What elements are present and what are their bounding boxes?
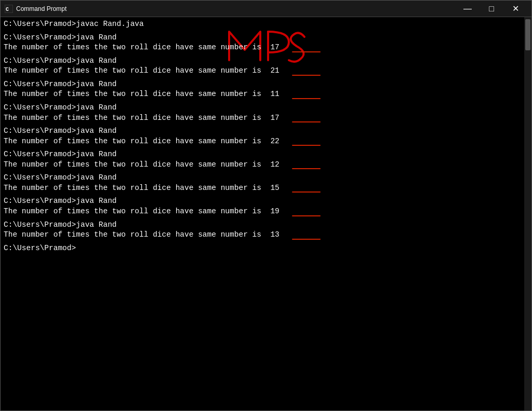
console-content[interactable]: C:\Users\Pramod>javac Rand.java C:\Users… [1, 17, 524, 410]
window-controls: — □ ✕ [456, 1, 527, 17]
scrollbar[interactable] [524, 17, 531, 410]
run-output-3: The number of times the two roll dice ha… [4, 89, 521, 100]
window-title: Command Prompt [16, 5, 456, 12]
run-prompt-1: C:\Users\Pramod>java Rand [4, 33, 521, 43]
run-prompt-6: C:\Users\Pramod>java Rand [4, 149, 521, 160]
run-prompt-7: C:\Users\Pramod>java Rand [4, 173, 521, 183]
maximize-button[interactable]: □ [480, 1, 503, 17]
scrollbar-thumb[interactable] [525, 19, 530, 50]
final-prompt: C:\Users\Pramod> [4, 243, 521, 254]
run-prompt-2: C:\Users\Pramod>java Rand [4, 56, 521, 66]
run-output-1: The number of times the two roll dice ha… [4, 43, 521, 53]
title-bar: C Command Prompt — □ ✕ [1, 1, 531, 17]
run-output-6: The number of times the two roll dice ha… [4, 160, 521, 170]
run-output-9: The number of times the two roll dice ha… [4, 230, 521, 240]
run-prompt-5: C:\Users\Pramod>java Rand [4, 126, 521, 136]
compile-command: C:\Users\Pramod>javac Rand.java [4, 19, 521, 30]
run-prompt-3: C:\Users\Pramod>java Rand [4, 79, 521, 90]
minimize-button[interactable]: — [456, 1, 480, 17]
run-prompt-9: C:\Users\Pramod>java Rand [4, 220, 521, 230]
svg-text:C: C [6, 7, 9, 12]
run-output-7: The number of times the two roll dice ha… [4, 183, 521, 194]
app-icon: C [5, 5, 13, 13]
run-output-5: The number of times the two roll dice ha… [4, 136, 521, 147]
window: C Command Prompt — □ ✕ C:\Users\Pramod>j… [0, 0, 532, 411]
run-prompt-8: C:\Users\Pramod>java Rand [4, 196, 521, 207]
run-output-2: The number of times the two roll dice ha… [4, 66, 521, 76]
run-output-8: The number of times the two roll dice ha… [4, 207, 521, 217]
close-button[interactable]: ✕ [503, 1, 527, 17]
run-prompt-4: C:\Users\Pramod>java Rand [4, 103, 521, 113]
run-output-4: The number of times the two roll dice ha… [4, 113, 521, 124]
console-area: C:\Users\Pramod>javac Rand.java C:\Users… [1, 17, 531, 410]
